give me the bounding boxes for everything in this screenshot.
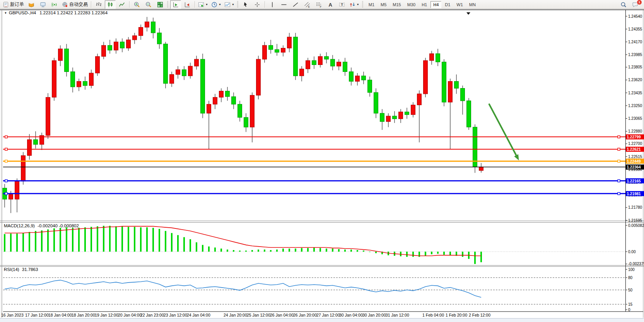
tab-timeframe-m5[interactable]: M5 (378, 1, 389, 8)
toolbar-signals-button[interactable] (49, 0, 60, 9)
horizontal-line-icon (281, 2, 287, 8)
svg-text:1.21981: 1.21981 (627, 192, 641, 196)
chevron-down-icon[interactable]: ▼ (205, 3, 208, 6)
toolbar-tile-windows-button[interactable] (155, 0, 166, 9)
tab-timeframe-w1[interactable]: W1 (454, 1, 466, 8)
macd-name: MACD(12,26,9) (4, 223, 35, 228)
svg-text:A: A (328, 2, 332, 7)
svg-text:1.23620: 1.23620 (628, 78, 642, 82)
tab-timeframe-d1[interactable]: D1 (442, 1, 453, 8)
svg-text:1.24170: 1.24170 (628, 40, 642, 44)
chevron-down-icon[interactable]: ▼ (357, 3, 359, 6)
toolbar-zoom-out-button[interactable] (143, 0, 154, 9)
toolbar-cursor-button[interactable] (240, 0, 251, 9)
toolbar-right-group: 1 (618, 0, 644, 9)
svg-text:19 Jan 12:00: 19 Jan 12:00 (95, 313, 118, 317)
chevron-down-icon[interactable]: ▼ (219, 3, 221, 6)
svg-text:1.22165: 1.22165 (627, 179, 641, 183)
arrows-icon (349, 2, 355, 8)
toolbar-separator (91, 1, 91, 8)
autotrading-icon (62, 2, 68, 8)
toolbar-search-button[interactable] (618, 0, 629, 9)
toolbar-periods-button[interactable]: ▼ (210, 0, 222, 9)
tab-timeframe-m30[interactable]: M30 (405, 1, 418, 8)
toolbar-crosshair-button[interactable] (252, 0, 263, 9)
toolbar-grip[interactable] (167, 1, 168, 8)
svg-text:1.22364: 1.22364 (627, 165, 641, 169)
price-chart-canvas[interactable]: 1.245401.243551.241701.239851.238051.236… (0, 0, 644, 322)
toolbar-left-group: 新订单自动交易▼▼▼EFAT▼ (1, 0, 365, 9)
svg-text:15: 15 (628, 302, 633, 307)
toolbar-chart-shift-button[interactable] (182, 0, 193, 9)
chevron-down-icon[interactable]: ▼ (232, 3, 234, 6)
macd-values: -0.002040 -0.000802 (38, 223, 79, 228)
auto-scroll-icon (173, 2, 179, 8)
search-icon (620, 2, 627, 8)
toolbar-trendline-button[interactable] (290, 0, 301, 9)
svg-text:100: 100 (628, 267, 635, 272)
svg-text:18 Jan 04:00: 18 Jan 04:00 (48, 313, 72, 317)
toolbar-chat-button[interactable]: 1 (630, 0, 641, 9)
chart-collapse-icon[interactable]: ▼ (4, 12, 7, 14)
svg-text:27 Jan 12:00: 27 Jan 12:00 (316, 313, 340, 317)
macd-indicator-label: MACD(12,26,9) -0.002040 -0.000802 (4, 223, 79, 228)
toolbar-auto-scroll-button[interactable] (170, 0, 181, 9)
periods-icon (211, 2, 217, 8)
svg-text:2 Feb 12:00: 2 Feb 12:00 (469, 313, 490, 317)
svg-text:1.23985: 1.23985 (628, 53, 642, 57)
toolbar-text-button[interactable]: A (325, 0, 336, 9)
svg-text:1.24355: 1.24355 (628, 27, 642, 31)
tab-timeframe-mn[interactable]: MN (466, 1, 478, 8)
equidistant-channel-icon: E (304, 2, 310, 8)
toolbar-equidistant-channel-button[interactable]: E (302, 0, 313, 9)
toolbar-new-order-button[interactable]: 新订单 (2, 0, 25, 9)
market-watch-monitor-icon (40, 2, 46, 8)
tab-timeframe-h4[interactable]: H4 (430, 1, 441, 8)
svg-text:1 Feb 04:00: 1 Feb 04:00 (422, 313, 444, 317)
toolbar-autotrading-button[interactable]: 自动交易 (61, 0, 89, 9)
svg-text:1.22799: 1.22799 (627, 135, 641, 139)
svg-text:1.22621: 1.22621 (627, 147, 641, 152)
vertical-line-icon (269, 2, 275, 8)
toolbar-metaeditor-book-button[interactable] (26, 0, 37, 9)
toolbar-bar-chart-type-button[interactable] (93, 0, 104, 9)
svg-text:1.21595: 1.21595 (628, 218, 642, 223)
svg-text:1.23435: 1.23435 (628, 91, 642, 95)
toolbar-arrows-button[interactable]: ▼ (348, 0, 360, 9)
svg-text:30 Jan 20:00: 30 Jan 20:00 (362, 313, 386, 317)
tab-timeframe-h1[interactable]: H1 (419, 1, 430, 8)
svg-text:17 Jan 12:00: 17 Jan 12:00 (25, 313, 49, 317)
toolbar-fibonacci-button[interactable]: F (313, 0, 324, 9)
svg-text:24 Jan 20:00: 24 Jan 20:00 (224, 313, 247, 317)
svg-text:E: E (308, 5, 310, 8)
svg-text:0.00: 0.00 (628, 250, 636, 254)
svg-text:22 Jan 23:00: 22 Jan 23:00 (140, 313, 164, 317)
svg-text:1.22880: 1.22880 (628, 129, 642, 133)
svg-text:23 Jan 12:00: 23 Jan 12:00 (164, 313, 187, 317)
toolbar-indicators-button[interactable]: ▼ (197, 0, 209, 9)
svg-text:0: 0 (628, 308, 630, 312)
cursor-icon (243, 2, 249, 8)
toolbar-candlestick-chart-type-button[interactable] (105, 0, 116, 9)
signals-icon (51, 2, 58, 8)
mt4-terminal-window: 新订单自动交易▼▼▼EFAT▼ M1M5M15M30H1H4D1W1MN 1 1… (0, 0, 644, 322)
svg-text:1.24540: 1.24540 (628, 14, 642, 19)
tab-timeframe-m15[interactable]: M15 (390, 1, 403, 8)
svg-text:30 Jan 04:00: 30 Jan 04:00 (339, 313, 363, 317)
toolbar-horizontal-line-button[interactable] (278, 0, 289, 9)
toolbar-vertical-line-button[interactable] (267, 0, 278, 9)
toolbar-text-label-button[interactable]: T (337, 0, 347, 9)
toolbar-line-chart-type-button[interactable] (116, 0, 127, 9)
svg-text:1.23065: 1.23065 (628, 116, 642, 121)
toolbar-templates-button[interactable]: ▼ (223, 0, 236, 9)
svg-text:1.22515: 1.22515 (628, 155, 642, 159)
toolbar-grip[interactable] (237, 1, 238, 8)
status-bar (0, 318, 644, 322)
toolbar-grip[interactable] (362, 1, 363, 8)
text-label-icon: T (339, 2, 345, 8)
svg-text:16 Jan 2023: 16 Jan 2023 (1, 313, 24, 317)
toolbar-zoom-in-button[interactable] (132, 0, 142, 9)
toolbar-market-watch-monitor-button[interactable] (38, 0, 48, 9)
tab-timeframe-m1[interactable]: M1 (366, 1, 377, 8)
chart-title: ▼ GBPUSD-,H4 1.22314 1.22422 1.22283 1.2… (4, 10, 108, 15)
